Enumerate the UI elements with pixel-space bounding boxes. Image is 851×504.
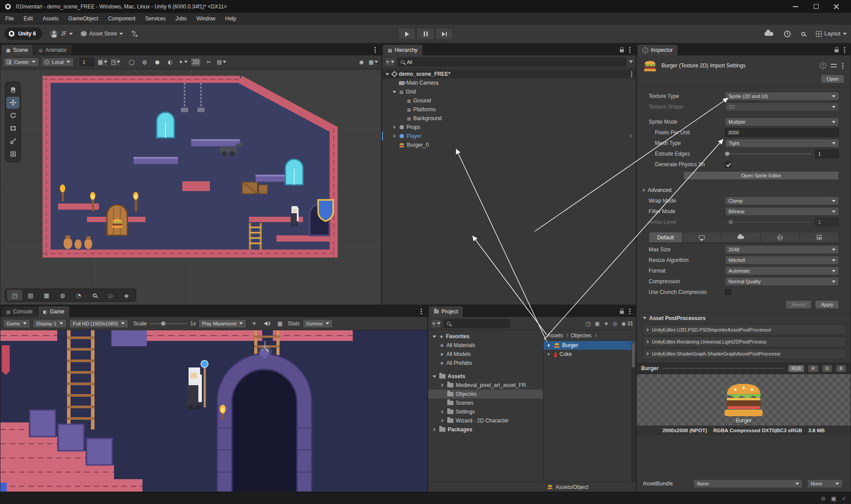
hierarchy-item-props[interactable]: Props [382, 123, 636, 132]
grid-size-field[interactable]: 1 [79, 58, 95, 66]
use-crunch-checkbox[interactable] [725, 289, 731, 295]
foldout-open-icon[interactable] [433, 375, 436, 378]
foldout-closed-icon[interactable] [441, 383, 444, 387]
channel-rgb-button[interactable]: RGB [788, 365, 805, 372]
paint-button[interactable]: ◔ [71, 290, 86, 301]
menu-component[interactable]: Component [108, 16, 135, 22]
scene-shading-button[interactable]: ● [152, 58, 162, 66]
channel-b-button[interactable]: B [836, 365, 846, 372]
menu-services[interactable]: Services [145, 16, 165, 22]
sprite-mode-dropdown[interactable]: Multiple [725, 117, 839, 126]
foldout-open-icon[interactable] [386, 73, 389, 75]
tab-console[interactable]: ▤ Console [1, 306, 37, 317]
game-panel-menu-icon[interactable] [421, 311, 422, 312]
foldout-closed-icon[interactable] [548, 344, 550, 347]
lock-icon[interactable] [620, 49, 624, 52]
apply-button[interactable]: Apply [815, 300, 839, 309]
menu-window[interactable]: Window [197, 16, 216, 22]
open-sprite-editor-button[interactable]: Open Sprite Editor [683, 171, 839, 180]
lock-icon[interactable] [835, 49, 839, 52]
hierarchy-item-background[interactable]: ▦ Background [382, 114, 636, 123]
folder-objectes[interactable]: Objectes [428, 390, 543, 399]
hierarchy-item-player[interactable]: Player [382, 132, 636, 141]
presets-icon[interactable] [831, 63, 837, 68]
transform-tool-button[interactable] [6, 148, 20, 160]
pixels-per-unit-field[interactable]: 3000 [725, 128, 839, 137]
measure-button[interactable]: ◇ [103, 290, 118, 301]
filter-mode-dropdown[interactable]: Bilinear [725, 207, 839, 216]
scale-slider[interactable] [150, 323, 188, 324]
menu-edit[interactable]: Edit [24, 16, 33, 22]
file-burger[interactable]: Burger [544, 341, 636, 350]
favorite-all-materials[interactable]: ★ All Materials [428, 341, 543, 350]
grid-select-button[interactable]: ◳ [7, 290, 22, 301]
generate-physics-checkbox[interactable] [725, 161, 731, 168]
hierarchy-item-ground[interactable]: ▦ Ground [382, 96, 636, 105]
mute-audio-button[interactable] [262, 319, 272, 328]
layout-dropdown[interactable]: Layout [816, 31, 847, 37]
help-icon[interactable]: ? [820, 63, 826, 69]
platform-tab-standalone[interactable] [682, 232, 721, 243]
search-by-type-icon[interactable]: ◳ [586, 320, 591, 327]
close-button[interactable] [826, 0, 847, 13]
hierarchy-add-dropdown[interactable]: + [385, 58, 395, 66]
unity-hub-button[interactable]: Unity 6 [4, 27, 42, 40]
extrude-edges-slider[interactable] [725, 153, 812, 154]
open-button[interactable]: Open [821, 74, 844, 83]
format-dropdown[interactable]: Automatic [725, 266, 839, 275]
tab-animator[interactable]: ◎ Animator [34, 45, 71, 55]
search-by-label-icon[interactable]: ▣ [595, 320, 600, 327]
hierarchy-panel-menu-icon[interactable] [629, 49, 630, 51]
version-control-button[interactable] [131, 30, 138, 37]
inspector-panel-menu-icon[interactable] [844, 49, 845, 51]
favorite-all-models[interactable]: ★ All Models [428, 350, 543, 359]
zoom-button[interactable] [87, 290, 102, 301]
preview-splitter-handle[interactable] [662, 368, 784, 369]
compression-dropdown[interactable]: Normal Quality [725, 277, 839, 286]
platform-tab-default[interactable]: Default [649, 232, 682, 243]
play-mode-dropdown[interactable]: Play Maximized [198, 319, 246, 328]
asset-store-dropdown[interactable]: Asset Store [81, 31, 123, 37]
menu-gameobject[interactable]: GameObject [68, 16, 98, 22]
maximize-button[interactable] [806, 0, 826, 13]
cloud-icon[interactable] [764, 32, 773, 36]
toggle-2d-button[interactable]: 2D [191, 58, 201, 66]
view-tool-button[interactable] [6, 84, 20, 96]
hidden-count[interactable]: ◉ 31 [621, 320, 633, 327]
isolation-button[interactable]: ✂ [204, 58, 214, 66]
scene-viewport[interactable] [0, 70, 381, 305]
cache-server-icon[interactable]: ▣ [831, 495, 836, 502]
tab-inspector[interactable]: i Inspector [638, 45, 678, 55]
tab-hierarchy[interactable]: ▤ Hierarchy [383, 45, 422, 55]
resize-algorithm-dropdown[interactable]: Mitchell [725, 256, 839, 265]
file-coke[interactable]: Coke [544, 350, 636, 359]
metrics-button[interactable]: ▦ [275, 319, 285, 328]
texture-preview[interactable]: Burger [637, 374, 851, 426]
status-ok-icon[interactable]: ✓ [842, 495, 847, 502]
info-icon[interactable]: ◎ [613, 320, 617, 327]
assets-root[interactable]: Assets [428, 372, 543, 381]
scene-skybox-button[interactable]: ◍ [139, 58, 150, 66]
hierarchy-item-burger-0[interactable]: Burger_0 [382, 141, 636, 149]
menu-assets[interactable]: Assets [43, 16, 59, 22]
vsync-button[interactable]: ☀ [249, 319, 259, 328]
postprocessors-foldout[interactable]: Asset PostProcessors [637, 313, 851, 323]
foldout-closed-icon[interactable] [441, 419, 444, 422]
scene-grid-dropdown[interactable]: ▦ [368, 58, 378, 66]
scrollbar[interactable] [631, 342, 635, 488]
project-add-dropdown[interactable]: + [431, 319, 441, 328]
menu-file[interactable]: File [5, 16, 14, 22]
account-dropdown[interactable]: JF [50, 30, 73, 38]
scene-options-icon[interactable] [631, 74, 632, 75]
foldout-closed-icon[interactable] [394, 134, 396, 138]
layers-dropdown[interactable]: ▤ [217, 58, 227, 66]
wrap-mode-dropdown[interactable]: Clamp [725, 196, 839, 205]
scale-slider-thumb[interactable] [161, 321, 165, 326]
mesh-type-dropdown[interactable]: Tight [725, 139, 839, 148]
breadcrumb-assets[interactable]: Assets [547, 332, 563, 339]
channel-g-button[interactable]: G [822, 365, 833, 372]
scene-lighting-button[interactable]: ◐ [165, 58, 175, 66]
pause-button[interactable] [417, 28, 434, 40]
foldout-closed-icon[interactable] [394, 125, 396, 129]
extrude-edges-value-field[interactable]: 1 [815, 149, 839, 158]
